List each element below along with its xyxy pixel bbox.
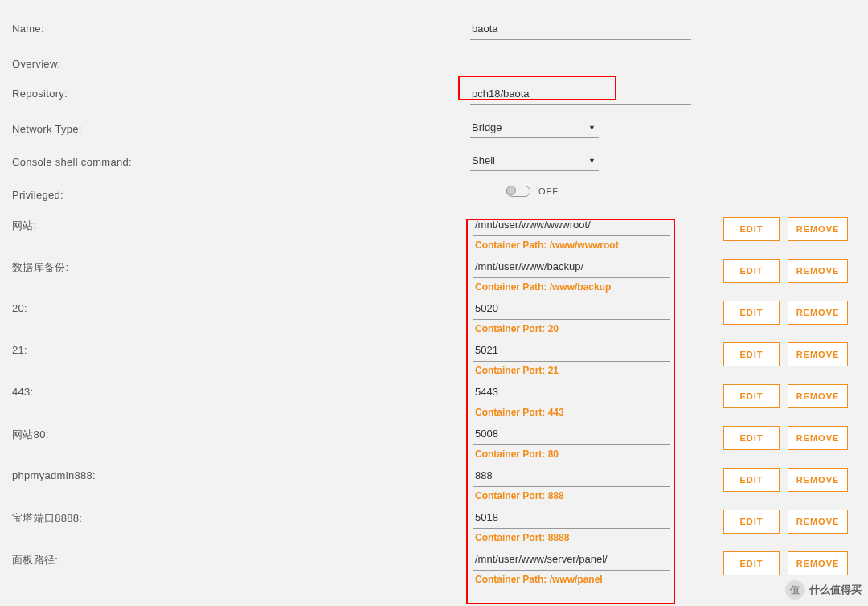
chevron-down-icon: ▼ — [588, 124, 596, 132]
console-value: Shell — [472, 154, 495, 166]
mapping-value-input[interactable] — [473, 424, 670, 445]
mapping-value-input[interactable] — [473, 215, 670, 236]
mapping-value-input[interactable] — [473, 550, 670, 571]
overview-label: Overview: — [12, 55, 470, 70]
mapping-label: 443: — [12, 383, 470, 398]
mapping-value-input[interactable] — [473, 383, 670, 403]
edit-button[interactable]: EDIT — [723, 510, 780, 534]
mapping-container-hint: Container Port: 20 — [473, 320, 703, 334]
console-select[interactable]: Shell ▼ — [470, 153, 599, 171]
edit-button[interactable]: EDIT — [723, 468, 780, 492]
remove-button[interactable]: REMOVE — [788, 301, 848, 325]
edit-button[interactable]: EDIT — [723, 551, 780, 575]
edit-button[interactable]: EDIT — [723, 342, 780, 366]
edit-button[interactable]: EDIT — [723, 426, 780, 450]
name-input[interactable] — [470, 19, 691, 40]
edit-button[interactable]: EDIT — [723, 384, 780, 408]
mapping-label: 宝塔端口8888: — [12, 508, 470, 526]
mapping-container-hint: Container Path: /www/wwwroot — [473, 236, 703, 251]
watermark-text: 什么值得买 — [809, 583, 862, 597]
network-type-select[interactable]: Bridge ▼ — [470, 120, 599, 138]
mapping-label: 数据库备份: — [12, 257, 470, 275]
watermark: 值 什么值得买 — [785, 580, 862, 600]
remove-button[interactable]: REMOVE — [788, 384, 848, 408]
mapping-container-hint: Container Port: 80 — [473, 445, 703, 460]
mapping-label: 面板路径: — [12, 550, 470, 567]
mapping-label: 网站: — [12, 215, 470, 233]
mapping-container-hint: Container Port: 443 — [473, 403, 703, 418]
remove-button[interactable]: REMOVE — [788, 510, 848, 534]
mapping-value-input[interactable] — [473, 508, 670, 529]
mapping-label: 21: — [12, 341, 470, 356]
mapping-container-hint: Container Path: /www/backup — [473, 278, 703, 293]
mapping-label: phpmyadmin888: — [12, 466, 470, 481]
mapping-container-hint: Container Path: /www/panel — [473, 571, 703, 585]
privileged-toggle[interactable] — [506, 186, 530, 197]
remove-button[interactable]: REMOVE — [788, 342, 848, 366]
toggle-knob — [506, 186, 516, 195]
network-type-value: Bridge — [472, 121, 502, 133]
repository-label: Repository: — [12, 84, 470, 100]
mapping-value-input[interactable] — [473, 341, 670, 362]
edit-button[interactable]: EDIT — [723, 301, 780, 325]
remove-button[interactable]: REMOVE — [788, 259, 848, 283]
console-label: Console shell command: — [12, 153, 470, 168]
mapping-container-hint: Container Port: 8888 — [473, 529, 703, 543]
name-label: Name: — [12, 19, 470, 35]
remove-button[interactable]: REMOVE — [788, 426, 848, 450]
privileged-label: Privileged: — [12, 186, 470, 201]
mapping-value-input[interactable] — [473, 466, 670, 487]
network-type-label: Network Type: — [12, 120, 470, 135]
chevron-down-icon: ▼ — [588, 157, 596, 165]
edit-button[interactable]: EDIT — [723, 259, 780, 283]
mapping-value-input[interactable] — [473, 257, 670, 278]
edit-button[interactable]: EDIT — [723, 217, 780, 241]
mapping-label: 网站80: — [12, 424, 470, 442]
mapping-value-input[interactable] — [473, 299, 670, 320]
watermark-icon: 值 — [785, 580, 805, 600]
repository-input[interactable] — [470, 84, 691, 105]
privileged-state: OFF — [538, 186, 559, 196]
remove-button[interactable]: REMOVE — [788, 217, 848, 241]
mapping-label: 20: — [12, 299, 470, 314]
mapping-container-hint: Container Port: 888 — [473, 487, 703, 502]
mapping-container-hint: Container Port: 21 — [473, 362, 703, 376]
remove-button[interactable]: REMOVE — [788, 551, 848, 575]
remove-button[interactable]: REMOVE — [788, 468, 848, 492]
